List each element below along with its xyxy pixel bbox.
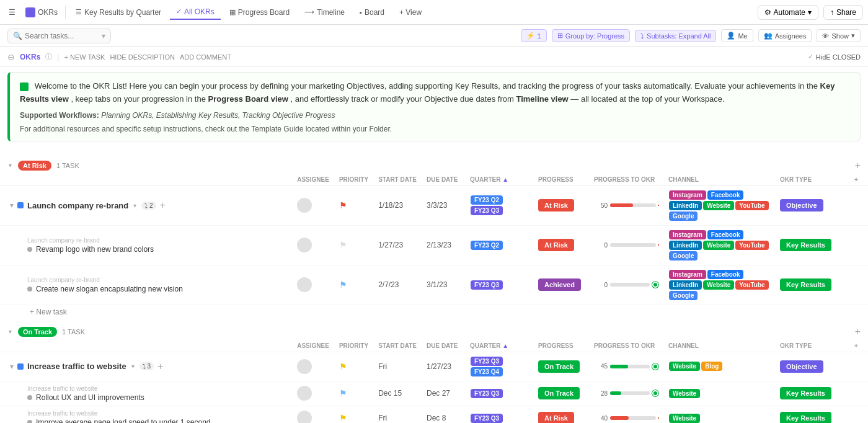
app-icon-button[interactable]: OKRs (22, 5, 61, 20)
task-sub-name[interactable]: Improve average page load speed to under… (36, 418, 211, 423)
app-logo-icon (25, 7, 35, 17)
collapse-icon[interactable]: ⊖ (7, 52, 15, 62)
due-date-cell: 3/1/23 (422, 265, 465, 305)
subtasks-button[interactable]: ⤵ Subtasks: Expand All (635, 30, 716, 42)
progress-okr-cell: 28 (589, 381, 663, 406)
show-button[interactable]: 👁 Show ▾ (817, 29, 861, 42)
okr-type-cell: Objective (775, 185, 849, 225)
task-sub-name[interactable]: Rollout UX and UI improvements (36, 393, 144, 402)
channel-tag: Instagram (669, 190, 706, 200)
task-parent-label: Launch company re-brand (27, 237, 287, 244)
start-date-cell: 1/18/23 (373, 185, 422, 225)
quarter-cell: FY23 Q3 (465, 406, 533, 423)
tab-board[interactable]: ▪ Board (353, 6, 391, 19)
at-risk-new-task[interactable]: + New task (0, 305, 868, 319)
okr-type-badge: Objective (780, 199, 823, 212)
new-task-link[interactable]: + NEW TASK (64, 53, 105, 61)
col-priority: PRIORITY (334, 174, 373, 186)
on-track-col-name (0, 340, 292, 352)
due-date-cell: 1/27/23 (422, 352, 465, 381)
avatar[interactable] (297, 198, 312, 213)
tab-progress-board[interactable]: ▦ Progress Board (223, 6, 296, 19)
channel-tag: Google (669, 291, 698, 300)
breadcrumb-actions: ✓ HidE CLOSED (808, 53, 861, 61)
task-sub-name[interactable]: Revamp logo with new brand colors (36, 245, 154, 254)
due-date-cell: Dec 27 (422, 381, 465, 406)
priority-cell: ⚑ (334, 381, 373, 406)
group-on-track-toggle[interactable]: ▾ (7, 328, 13, 335)
channel-tag: YouTube (735, 241, 768, 250)
search-input[interactable] (25, 32, 99, 40)
nav-right: ⚙ Automate ▾ ↑ Share (758, 5, 863, 20)
automate-button[interactable]: ⚙ Automate ▾ (758, 5, 818, 20)
nav-separator (65, 6, 66, 19)
avatar[interactable] (297, 359, 312, 374)
progress-status-badge: Achieved (538, 278, 581, 291)
avatar[interactable] (297, 386, 312, 401)
progress-cell: Achieved (533, 265, 589, 305)
quarter-badge: FY23 Q3 (471, 357, 503, 366)
avatar[interactable] (297, 411, 312, 423)
on-track-col-progress: PROGRESS (533, 340, 589, 352)
task-sub-name[interactable]: Create new slogan encapsulating new visi… (36, 285, 183, 293)
share-button[interactable]: ↑ Share (823, 5, 863, 20)
group-at-risk-add-icon[interactable]: + (855, 160, 861, 171)
collapse-icon[interactable]: ▾ (10, 362, 14, 371)
group-by-button[interactable]: ⊞ Group by: Progress (552, 29, 630, 42)
okr-type-badge: Key Results (780, 239, 831, 251)
on-track-col-priority: PRIORITY (334, 340, 373, 352)
add-col-cell (849, 352, 868, 381)
task-main-name[interactable]: Launch company re-brand (27, 201, 128, 210)
chevron-down-icon: ▾ (102, 32, 105, 40)
col-assignee: ASSIGNEE (292, 174, 334, 186)
add-view-button[interactable]: + View (393, 6, 428, 19)
top-nav: ☰ OKRs ☰ Key Results by Quarter ✓ All OK… (0, 0, 868, 25)
channel-tag: Facebook (707, 190, 744, 200)
start-date-cell: 2/7/23 (373, 265, 422, 305)
tab-key-results-quarter[interactable]: ☰ Key Results by Quarter (69, 6, 167, 19)
table-row: Increase traffic to website Improve aver… (0, 406, 868, 423)
quarter-cell: FY23 Q3 (465, 381, 533, 406)
group-on-track-badge: On Track (18, 327, 57, 337)
tab-timeline[interactable]: ⟶ Timeline (298, 6, 351, 19)
on-track-column-headers-row: ASSIGNEE PRIORITY START DATE DUE DATE QU… (0, 340, 868, 352)
group-at-risk-toggle[interactable]: ▾ (7, 162, 13, 169)
description-panel: Welcome to the OKR List! Here you can be… (7, 72, 861, 141)
add-comment-link[interactable]: ADD COMMENT (180, 53, 231, 61)
quarter-cell: FY23 Q2FY23 Q3 (465, 185, 533, 225)
hide-description-link[interactable]: HIDE DESCRIPTION (110, 53, 175, 61)
assignee-cell (292, 185, 334, 225)
group-at-risk-count: 1 TASK (56, 162, 79, 169)
subtask-count: ⤵ 3 (140, 362, 154, 370)
list-check-icon: ✓ (176, 7, 182, 16)
tab-all-okrs[interactable]: ✓ All OKRs (170, 5, 221, 20)
filter-button[interactable]: ⚡ 1 (521, 29, 547, 42)
channel-tag: Blog (701, 362, 722, 371)
filter-icon: ⚡ (526, 32, 535, 40)
search-box[interactable]: 🔍 ▾ (7, 29, 111, 43)
me-button[interactable]: 👤 Me (721, 29, 753, 42)
add-subtask-button[interactable]: + (157, 361, 163, 372)
group-on-track-count: 1 TASK (62, 328, 85, 336)
progress-cell: On Track (533, 352, 589, 381)
assignees-button[interactable]: 👥 Assignees (758, 29, 812, 42)
okr-type-cell: Key Results (775, 265, 849, 305)
task-main-name[interactable]: Increase traffic to website (27, 362, 126, 371)
sidebar-toggle-button[interactable]: ☰ (5, 6, 19, 19)
avatar[interactable] (297, 277, 312, 292)
add-col-cell (849, 381, 868, 406)
add-subtask-button[interactable]: + (160, 200, 166, 211)
progress-cell: At Risk (533, 406, 589, 423)
collapse-icon[interactable]: ▾ (10, 201, 14, 210)
avatar[interactable] (297, 238, 312, 252)
hide-closed-button[interactable]: ✓ HidE CLOSED (808, 53, 861, 61)
assignee-cell (292, 225, 334, 265)
expand-subtasks-button[interactable]: ▾ (130, 363, 136, 370)
priority-cell: ⚑ (334, 406, 373, 423)
col-progress: PROGRESS (533, 174, 589, 186)
group-on-track-add-icon[interactable]: + (855, 326, 861, 337)
okr-type-cell: Key Results (775, 381, 849, 406)
expand-subtasks-button[interactable]: ▾ (132, 202, 138, 209)
on-track-col-due: DUE DATE (422, 340, 465, 352)
description-text: Welcome to the OKR List! Here you can be… (20, 80, 850, 106)
